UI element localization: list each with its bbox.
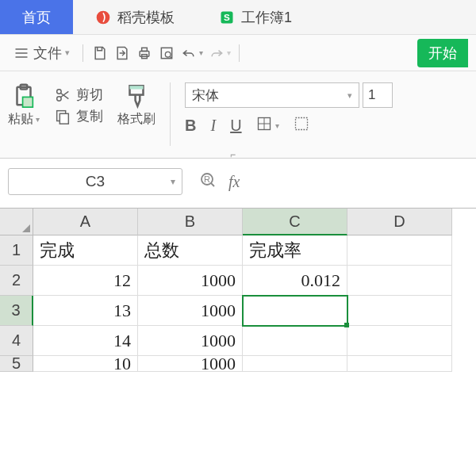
font-group: 宋体 ▾ 1 B I U ▾: [185, 82, 393, 136]
tab-template[interactable]: 稻壳模板: [73, 0, 197, 34]
undo-icon[interactable]: [180, 44, 198, 62]
chevron-down-icon: ▾: [347, 90, 352, 101]
brush-icon: [123, 82, 150, 109]
font-format-row: B I U ▾: [185, 116, 393, 136]
spreadsheet-grid: A B C D 1 完成 总数 完成率 2 12 1000 0.012 3 13…: [0, 208, 476, 372]
hamburger-icon: [13, 44, 30, 62]
cut-button[interactable]: 剪切: [54, 86, 103, 104]
copy-label: 复制: [76, 107, 103, 125]
cell-a5[interactable]: 10: [33, 356, 138, 372]
row-header-5[interactable]: 5: [0, 356, 33, 372]
ribbon-tab-start-label: 开始: [428, 45, 457, 61]
format-painter-button[interactable]: 格式刷: [117, 82, 155, 128]
paste-label: 粘贴: [8, 111, 33, 128]
cell-c5[interactable]: [243, 356, 347, 372]
bold-button[interactable]: B: [185, 117, 196, 135]
row-header-4[interactable]: 4: [0, 326, 33, 356]
chevron-down-icon: ▾: [36, 115, 40, 124]
font-name-select[interactable]: 宋体 ▾: [185, 82, 359, 108]
menu-file-label: 文件: [33, 44, 62, 63]
chevron-down-icon: ▾: [171, 176, 175, 187]
menu-file[interactable]: 文件 ▾: [8, 40, 75, 66]
cell-d1[interactable]: [347, 235, 452, 266]
copy-button[interactable]: 复制: [54, 107, 103, 125]
svg-point-7: [165, 52, 171, 57]
svg-text:R: R: [204, 174, 210, 184]
save-icon[interactable]: [91, 44, 109, 62]
cell-d2[interactable]: [347, 266, 452, 296]
cell-c3[interactable]: [243, 296, 347, 326]
tab-home[interactable]: 首页: [0, 0, 73, 34]
cell-a1[interactable]: 完成: [33, 235, 138, 266]
menu-separator: [239, 44, 240, 62]
tab-workbook-label: 工作簿1: [241, 8, 292, 27]
tab-home-label: 首页: [22, 8, 51, 27]
paste-button[interactable]: 粘贴▾: [8, 82, 40, 128]
undo-dropdown-icon[interactable]: ▾: [199, 48, 203, 57]
fill-color-button[interactable]: [294, 116, 309, 136]
cell-d3[interactable]: [347, 296, 452, 326]
font-size-value: 1: [368, 87, 375, 103]
cell-b5[interactable]: 1000: [138, 356, 243, 372]
cell-b1[interactable]: 总数: [138, 235, 243, 266]
cell-a2[interactable]: 12: [33, 266, 138, 296]
cell-a4[interactable]: 14: [33, 326, 138, 356]
document-tabs: 首页 稻壳模板 S 工作簿1: [0, 0, 476, 35]
cell-c4[interactable]: [243, 326, 347, 356]
column-header-row: A B C D: [0, 209, 476, 235]
clipboard-icon: [10, 82, 37, 109]
cell-d4[interactable]: [347, 326, 452, 356]
spreadsheet-icon: S: [219, 10, 235, 25]
svg-rect-14: [60, 113, 68, 124]
select-all-corner[interactable]: [0, 209, 33, 235]
cell-a3[interactable]: 13: [33, 296, 138, 326]
name-box[interactable]: C3 ▾: [8, 168, 182, 195]
row-header-1[interactable]: 1: [0, 235, 33, 266]
cut-label: 剪切: [76, 86, 103, 104]
col-header-d[interactable]: D: [347, 209, 452, 235]
cell-b3[interactable]: 1000: [138, 296, 243, 326]
font-name-value: 宋体: [192, 86, 219, 105]
ribbon: 粘贴▾ 剪切 复制 格式刷 宋体 ▾ 1: [0, 71, 476, 159]
cell-b2[interactable]: 1000: [138, 266, 243, 296]
col-header-b[interactable]: B: [138, 209, 243, 235]
formula-bar-controls: R fx: [198, 170, 240, 193]
ribbon-separator: [170, 82, 171, 146]
font-size-select[interactable]: 1: [363, 82, 393, 108]
svg-rect-10: [23, 97, 33, 107]
ribbon-tab-start[interactable]: 开始: [417, 39, 468, 67]
row-header-2[interactable]: 2: [0, 266, 33, 296]
svg-rect-4: [142, 48, 148, 51]
name-box-value: C3: [86, 173, 105, 190]
scissors-icon: [54, 86, 71, 104]
fx-icon[interactable]: fx: [228, 173, 240, 191]
redo-icon[interactable]: [208, 44, 225, 62]
italic-button[interactable]: I: [210, 117, 216, 135]
cell-b4[interactable]: 1000: [138, 326, 243, 356]
cell-d5[interactable]: [347, 356, 452, 372]
borders-button[interactable]: [256, 116, 272, 136]
print-preview-icon[interactable]: [158, 44, 175, 62]
redo-dropdown-icon[interactable]: ▾: [227, 48, 231, 57]
tab-workbook[interactable]: S 工作簿1: [197, 0, 314, 34]
row-header-3[interactable]: 3: [0, 296, 33, 326]
copy-icon: [54, 108, 71, 125]
docer-icon: [95, 10, 111, 25]
print-icon[interactable]: [136, 44, 153, 62]
menubar: 文件 ▾ ▾ ▾ 开始: [0, 35, 476, 71]
col-header-c[interactable]: C: [243, 209, 347, 235]
grid-row: 5 10 1000: [0, 356, 476, 372]
col-header-a[interactable]: A: [33, 209, 138, 235]
cell-c1[interactable]: 完成率: [243, 235, 347, 266]
trace-icon[interactable]: R: [198, 170, 217, 193]
svg-text:S: S: [224, 12, 230, 22]
underline-button[interactable]: U: [230, 117, 241, 135]
svg-rect-16: [130, 86, 144, 89]
clipboard-group: 剪切 复制: [54, 82, 103, 128]
grid-row: 1 完成 总数 完成率: [0, 235, 476, 266]
save-as-icon[interactable]: [113, 44, 131, 62]
formula-bar-row: C3 ▾ R fx: [0, 159, 476, 193]
dialog-launcher-icon[interactable]: ⌐: [230, 149, 236, 160]
svg-rect-18: [295, 118, 307, 130]
cell-c2[interactable]: 0.012: [243, 266, 347, 296]
